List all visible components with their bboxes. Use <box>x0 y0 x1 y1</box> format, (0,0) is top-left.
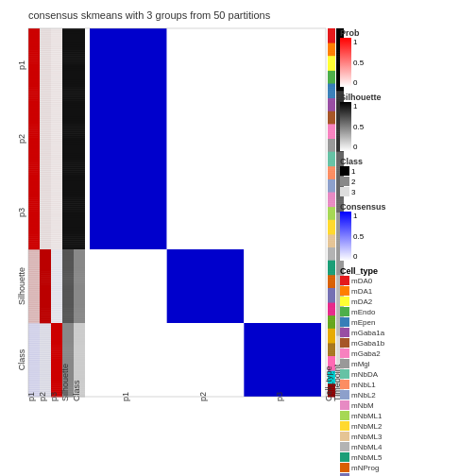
cell-type-item: mGaba2 <box>340 348 472 358</box>
cell-type-item: mDA1 <box>340 286 472 296</box>
cell-type-item: mNbML4 <box>340 442 472 451</box>
cell-type-color <box>340 411 349 420</box>
cell-type-color <box>340 328 349 337</box>
cell-type-color <box>340 348 349 358</box>
cell-type-item: mMgl <box>340 359 472 368</box>
silhouette-gradient <box>340 102 351 151</box>
cell-type-color <box>340 463 349 472</box>
consensus-gradient <box>340 212 351 261</box>
class-items: 1 2 3 <box>340 166 472 196</box>
cell-type-color <box>340 338 349 348</box>
class-color-1 <box>340 166 349 176</box>
cell-type-color <box>340 421 349 431</box>
class-color-2 <box>340 177 349 186</box>
prob-legend: Prob 1 0.5 0 <box>340 28 472 87</box>
cell-type-item: mGaba1b <box>340 338 472 348</box>
silhouette-labels: 1 0.5 0 <box>353 102 364 151</box>
prob-labels: 1 0.5 0 <box>353 38 364 87</box>
cell-type-color <box>340 297 349 306</box>
class-item-3: 3 <box>340 187 472 196</box>
cell-type-color <box>340 442 349 451</box>
consensus-legend-title: Consensus <box>340 202 472 212</box>
cell-type-list: mDA0mDA1mDA2mEndomEpenmGaba1amGaba1bmGab… <box>340 276 472 476</box>
cell-type-item: mNbL1 <box>340 380 472 389</box>
class-item-1: 1 <box>340 166 472 176</box>
cell-type-color <box>340 276 349 285</box>
cell-type-legend-title: Cell_type <box>340 266 472 276</box>
cell-type-item: mNbML5 <box>340 452 472 462</box>
cell-type-color <box>340 432 349 441</box>
cell-type-item: mGaba1a <box>340 328 472 337</box>
cell-type-item: mNbM <box>340 400 472 410</box>
cell-type-color <box>340 452 349 462</box>
class-item-2: 2 <box>340 177 472 186</box>
cell-type-color <box>340 369 349 379</box>
cell-type-item: mNbML1 <box>340 411 472 420</box>
cell-type-item: mDA2 <box>340 297 472 306</box>
cell-type-color <box>340 400 349 410</box>
silhouette-legend-title: Silhouette <box>340 93 472 102</box>
consensus-labels: 1 0.5 0 <box>353 212 364 261</box>
class-legend-title: Class <box>340 157 472 166</box>
cell-type-color <box>340 286 349 296</box>
cell-type-item: mEndo <box>340 307 472 316</box>
cell-type-item: mNbML3 <box>340 432 472 441</box>
cell-type-color <box>340 307 349 316</box>
class-color-3 <box>340 187 349 196</box>
prob-gradient <box>340 38 351 87</box>
prob-legend-title: Prob <box>340 28 472 38</box>
consensus-legend: Consensus 1 0.5 0 <box>340 202 472 261</box>
cell-type-color <box>340 317 349 327</box>
main-container: Prob 1 0.5 0 Silhouette 1 0.5 0 <box>0 0 476 476</box>
cell-type-item: mNbL2 <box>340 390 472 400</box>
cell-type-color <box>340 390 349 400</box>
silhouette-legend: Silhouette 1 0.5 0 <box>340 93 472 151</box>
cell-type-color <box>340 359 349 368</box>
cell-type-color <box>340 380 349 389</box>
legend-area: Prob 1 0.5 0 Silhouette 1 0.5 0 <box>340 28 472 463</box>
cell-type-item: mDA0 <box>340 276 472 285</box>
class-legend: Class 1 2 3 <box>340 157 472 196</box>
cell-type-item: mNbML2 <box>340 421 472 431</box>
cell-type-item: mNProg <box>340 463 472 472</box>
cell-type-item: mEpen <box>340 317 472 327</box>
cell-type-item: mNbDA <box>340 369 472 379</box>
